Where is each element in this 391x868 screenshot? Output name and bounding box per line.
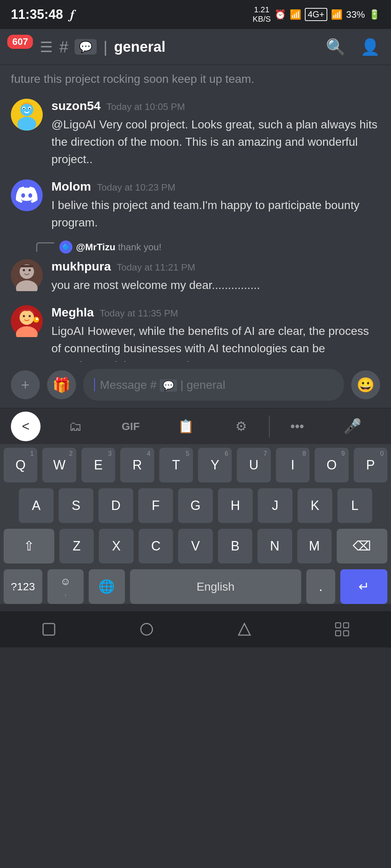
timestamp: Today at 10:05 PM <box>106 101 185 112</box>
gear-icon: ⚙ <box>235 419 247 434</box>
enter-key[interactable]: ↵ <box>340 569 387 604</box>
keyboard: 1Q 2W 3E 4R 5T 6Y 7U 8I 9O 0P A S D F G … <box>0 444 391 604</box>
nav-grid-button[interactable] <box>328 615 357 644</box>
avatar <box>11 259 43 291</box>
search-icon[interactable]: 🔍 <box>326 38 346 56</box>
gift-button[interactable]: 🎁 <box>47 370 76 399</box>
key-n[interactable]: N <box>257 529 292 563</box>
mic-button[interactable]: 🎤 <box>325 408 380 444</box>
square-icon <box>41 621 57 637</box>
message-header: Molom Today at 10:23 PM <box>51 179 380 193</box>
message-text: I belive this project and team.I'm happy… <box>51 196 380 231</box>
message-group: mukhpura Today at 11:21 PM you are most … <box>0 254 391 299</box>
gif-button[interactable]: GIF <box>103 408 159 444</box>
key-x[interactable]: X <box>99 529 133 563</box>
timestamp: Today at 10:23 PM <box>97 182 176 193</box>
message-group: Molom Today at 10:23 PM I belive this pr… <box>0 174 391 237</box>
add-button[interactable]: + <box>11 370 40 399</box>
gif-label: GIF <box>122 420 140 433</box>
key-q[interactable]: 1Q <box>4 448 37 482</box>
svg-rect-23 <box>336 623 341 628</box>
username: Meghla <box>51 305 94 319</box>
svg-rect-12 <box>20 265 33 267</box>
more-button[interactable]: ••• <box>270 408 325 444</box>
key-f[interactable]: F <box>138 488 173 523</box>
period-key[interactable]: . <box>306 569 335 604</box>
clipboard-icon: 📋 <box>178 419 194 434</box>
shift-key[interactable]: ⇧ <box>4 529 54 563</box>
divider: | <box>103 38 107 56</box>
delete-key[interactable]: ⌫ <box>337 529 387 563</box>
key-t[interactable]: 5T <box>159 448 193 482</box>
keyboard-toolbar: < 🗂 GIF 📋 ⚙ ••• 🎤 <box>0 408 391 444</box>
status-time: 11:35:48 <box>11 7 63 22</box>
svg-point-19 <box>36 318 38 320</box>
message-group: suzon54 Today at 10:05 PM @LigoAI Very c… <box>0 93 391 174</box>
key-i[interactable]: 8I <box>276 448 310 482</box>
truncated-message: future this project rocking soon keep it… <box>0 69 391 93</box>
message-header: mukhpura Today at 11:21 PM <box>51 259 380 273</box>
key-k[interactable]: K <box>298 488 332 523</box>
svg-point-17 <box>29 315 31 317</box>
timestamp: Today at 11:21 PM <box>117 262 195 273</box>
key-v[interactable]: V <box>178 529 213 563</box>
key-number: 1 <box>30 450 34 458</box>
nav-triangle-button[interactable] <box>230 615 259 644</box>
members-icon[interactable]: 👤 <box>360 38 380 56</box>
nav-square-button[interactable] <box>34 615 63 644</box>
hamburger-icon[interactable]: ☰ <box>40 39 53 55</box>
key-s[interactable]: S <box>59 488 93 523</box>
header-actions: 🔍 👤 <box>326 38 380 56</box>
key-g[interactable]: G <box>178 488 213 523</box>
4g-icon: 4G+ <box>305 8 327 21</box>
message-content: Molom Today at 10:23 PM I belive this pr… <box>51 179 380 231</box>
key-e[interactable]: 3E <box>81 448 115 482</box>
message-input-box[interactable]: Message # 💬 | general <box>83 369 344 401</box>
key-j[interactable]: J <box>258 488 293 523</box>
message-group: Meghla Today at 11:35 PM LigoAI However,… <box>0 299 391 362</box>
key-u[interactable]: 7U <box>237 448 270 482</box>
key-p[interactable]: 0P <box>354 448 387 482</box>
key-l[interactable]: L <box>337 488 372 523</box>
emoji-button[interactable]: 😀 <box>351 370 380 399</box>
svg-rect-25 <box>336 631 341 636</box>
symbols-key[interactable]: ?123 <box>4 569 42 604</box>
reply-indicator: 🔷 @MrTizu thank you! <box>0 237 391 254</box>
nav-circle-button[interactable] <box>132 615 161 644</box>
key-a[interactable]: A <box>19 488 54 523</box>
username: Molom <box>51 179 91 193</box>
nav-bar <box>0 611 391 647</box>
space-key[interactable]: English <box>130 569 301 604</box>
key-w[interactable]: 2W <box>42 448 76 482</box>
clipboard-button[interactable]: 📋 <box>158 408 214 444</box>
key-y[interactable]: 6Y <box>198 448 232 482</box>
key-h[interactable]: H <box>218 488 253 523</box>
header-left: ☰ # 💬 | general <box>11 38 326 56</box>
key-number: 3 <box>108 450 112 458</box>
signal-icon: 📶 <box>290 9 301 20</box>
key-z[interactable]: Z <box>59 529 94 563</box>
notification-badge: 607 <box>7 35 33 49</box>
globe-key[interactable]: 🌐 <box>89 569 125 604</box>
key-c[interactable]: C <box>139 529 173 563</box>
sticker-button[interactable]: 🗂 <box>48 408 103 444</box>
keyboard-row-bottom: ?123 ☺ , 🌐 English . ↵ <box>4 569 387 604</box>
period-label: . <box>319 579 323 594</box>
settings-button[interactable]: ⚙ <box>214 408 269 444</box>
sticker-icon: 🗂 <box>69 419 82 434</box>
svg-rect-20 <box>43 624 55 635</box>
key-d[interactable]: D <box>98 488 133 523</box>
keyboard-back-button[interactable]: < <box>11 412 41 441</box>
mukhpura-avatar-svg <box>11 259 43 291</box>
truncated-text: future this project rocking soon keep it… <box>11 72 254 85</box>
key-b[interactable]: B <box>218 529 252 563</box>
key-o[interactable]: 9O <box>315 448 348 482</box>
battery-label: 33% <box>346 9 365 20</box>
timestamp: Today at 11:35 PM <box>100 308 178 319</box>
message-header: Meghla Today at 11:35 PM <box>51 305 380 319</box>
emoji-face-key[interactable]: ☺ , <box>47 569 84 604</box>
key-m[interactable]: M <box>297 529 332 563</box>
key-r[interactable]: 4R <box>120 448 154 482</box>
key-number: 0 <box>380 450 384 458</box>
svg-point-6 <box>29 108 30 109</box>
